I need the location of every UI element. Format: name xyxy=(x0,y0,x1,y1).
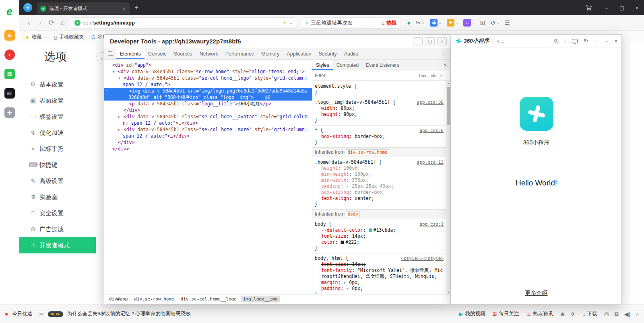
css-property[interactable]: min-height: 100px; xyxy=(315,171,444,177)
quick-clip-icon[interactable]: ● xyxy=(4,49,15,60)
forward-icon[interactable]: › xyxy=(35,19,46,27)
favorites-icon[interactable]: ★ xyxy=(4,30,15,41)
stylesheet-link[interactable]: app.css:13 xyxy=(414,159,444,165)
css-property[interactable]: padding: ▸ 0px; xyxy=(315,286,444,292)
expander-icon[interactable]: ▾ xyxy=(112,69,118,74)
skin-icon[interactable]: ⊕ xyxy=(560,311,565,317)
undo-icon[interactable]: ↺⌄ xyxy=(490,20,499,26)
devtools-tab-memory[interactable]: Memory xyxy=(258,48,283,59)
miniapp-titlebar[interactable]: 360小程序 | vi... ◎ | ↻ ⋯ – × xyxy=(451,35,621,47)
settings-menu-item[interactable]: ⊘广告过滤 xyxy=(19,221,96,237)
css-property[interactable]: --default-color: #13cbda; xyxy=(315,227,444,233)
my-videos[interactable]: ▶我的视频 xyxy=(459,311,485,317)
window-minimize-icon[interactable]: – xyxy=(600,0,613,15)
dom-node[interactable]: </div> xyxy=(104,139,312,146)
css-property[interactable]: margin: ▸ 0px; xyxy=(315,280,444,286)
translate-icon[interactable]: 译⌄ xyxy=(430,19,442,27)
css-property[interactable]: height: 100vh; xyxy=(315,165,444,171)
miniapp-dock-icon[interactable]: ✚ xyxy=(4,107,15,118)
hot-news[interactable]: ♨热点资讯 xyxy=(526,311,553,317)
dom-node[interactable]: ▾ <div data-v-584e45b1 class="se-col hom… xyxy=(104,75,312,88)
refresh-icon[interactable]: ↻ xyxy=(584,38,588,44)
css-property[interactable]: box-sizing: border-box; xyxy=(315,134,444,140)
rocket-icon[interactable]: ✈ xyxy=(571,311,576,317)
css-property[interactable]: min-width: 376px; xyxy=(315,177,444,183)
stylesheet-link[interactable]: <style>…</style> xyxy=(398,255,444,261)
dom-node[interactable]: <p data-v-584e45b1 class="logo__title">3… xyxy=(104,101,312,107)
node-link[interactable]: body xyxy=(346,211,360,217)
more-icon[interactable]: ⋯ xyxy=(594,38,599,44)
daily-follow[interactable]: ⊞每日关注 xyxy=(492,311,519,317)
node-link[interactable]: div.se-row.home xyxy=(346,149,389,155)
expander-icon[interactable]: ▸ xyxy=(118,114,124,119)
more-intro-link[interactable]: 更多介绍 xyxy=(451,290,621,297)
devtools-tab-console[interactable]: Console xyxy=(144,48,170,59)
grid-icon[interactable]: ⊞ xyxy=(480,20,485,26)
dom-node[interactable]: </div> xyxy=(104,146,312,152)
dom-node[interactable]: ▾ <div data-v-584e45b1 class="se-row hom… xyxy=(104,68,312,75)
reload-icon[interactable]: ⟳ xyxy=(46,19,57,27)
css-property[interactable]: font-size: 14px; xyxy=(315,261,444,267)
zoom-icon[interactable]: ⌕ xyxy=(636,311,639,317)
speaker-icon[interactable]: ◀) xyxy=(624,311,630,317)
home-icon[interactable]: ⌂ xyxy=(57,19,68,27)
screen-icon[interactable] xyxy=(572,39,578,43)
settings-menu-item[interactable]: ✎高级设置 xyxy=(19,173,96,189)
account-icon[interactable]: ➤ xyxy=(23,3,32,12)
scissors-icon[interactable]: ✂⌄ xyxy=(416,20,425,26)
style-rule[interactable]: .logo__img[data-v-584e45b1] {app.css:38w… xyxy=(312,97,446,125)
scrollbar-thumb[interactable] xyxy=(447,87,450,125)
css-property[interactable]: font-size: 14px; xyxy=(315,233,444,239)
styles-tab-computed[interactable]: Computed xyxy=(333,60,362,70)
styles-overflow-icon[interactable]: » xyxy=(441,62,450,68)
shield-icon[interactable]: ✚⌄ xyxy=(447,19,458,27)
hov-button[interactable]: :hov xyxy=(418,73,427,78)
devtools-tab-application[interactable]: Application xyxy=(283,48,315,59)
color-swatch[interactable] xyxy=(341,241,344,244)
css-property[interactable]: height: 80px; xyxy=(315,111,444,117)
style-rule[interactable]: body {app.css:1--default-color: #13cbda;… xyxy=(312,219,446,253)
download-button[interactable]: ↓ 下载 xyxy=(583,311,597,317)
miniapp-minimize-icon[interactable]: – xyxy=(605,38,608,44)
style-rule[interactable]: element.style {} xyxy=(312,81,446,97)
devtools-maximize-icon[interactable]: ▢ xyxy=(425,37,435,45)
devtools-tab-network[interactable]: Network xyxy=(196,48,222,59)
settings-menu-item[interactable]: ☖安全设置 xyxy=(19,205,96,221)
stylesheet-link[interactable]: app.css:38 xyxy=(414,99,444,105)
style-rule[interactable]: .home[data-v-584e45b1] {app.css:13height… xyxy=(312,157,446,210)
expander-icon[interactable]: ▾ xyxy=(118,75,124,81)
window-maximize-icon[interactable]: ▢ xyxy=(615,0,629,15)
game-icon[interactable]: ∷⌄ xyxy=(463,19,475,27)
inspect-element-icon[interactable] xyxy=(104,48,116,59)
settings-menu-item[interactable]: ⚙基本设置 xyxy=(19,76,96,93)
settings-menu-item[interactable]: ↯优化加速 xyxy=(19,125,96,141)
url-field[interactable]: + se:// settings/miniapp ⚡ ⌄ xyxy=(71,17,296,29)
new-style-rule-button[interactable]: + xyxy=(440,72,448,79)
devtools-tab-elements[interactable]: Elements xyxy=(116,48,144,59)
settings-menu-item[interactable]: ⌖鼠标手势 xyxy=(19,141,96,157)
bookmark-phone[interactable]: ▯手机收藏夹 xyxy=(54,34,84,41)
devtools-close-icon[interactable]: × xyxy=(437,37,447,45)
css-property[interactable]: box-sizing: border-box; xyxy=(315,189,444,195)
reader-icon[interactable]: ● xyxy=(407,20,411,26)
dom-node[interactable]: … <img data-v-584e45b1 src="img/logo.png… xyxy=(104,88,312,101)
accelerate-icon[interactable]: ⚡ xyxy=(283,20,287,26)
search-query[interactable]: 三星堆遗址再次发 xyxy=(311,19,378,27)
styles-tab-event-listeners[interactable]: Event Listeners xyxy=(362,60,403,70)
devtools-tab-performance[interactable]: Performance xyxy=(222,48,258,59)
headline-link[interactable]: 为什么会丢失6岁以前的记忆？心理学家的答案细思恐极 xyxy=(67,311,191,317)
color-swatch[interactable] xyxy=(369,228,372,232)
window-close-icon[interactable]: × xyxy=(630,0,644,15)
search-box[interactable]: ⌕ 三星堆遗址再次发 ♨ 热搜 xyxy=(302,17,400,29)
dom-node[interactable]: <div id="app"> xyxy=(104,62,312,68)
browser-tab[interactable]: e 选项 - 开发者模式 × xyxy=(37,2,130,14)
bookmark-fav[interactable]: ★收藏⌄ xyxy=(25,34,47,41)
settings-menu-item[interactable]: ☝开发者模式 xyxy=(19,237,96,253)
expand-icon[interactable]: ≫ xyxy=(39,311,44,317)
devtools-menu-icon[interactable]: ⋮ xyxy=(436,51,450,57)
style-rule[interactable]: * {app.css:6box-sizing: border-box;} xyxy=(312,125,446,148)
dom-node[interactable]: </div> xyxy=(104,107,312,113)
site-safety-icon[interactable]: + xyxy=(74,20,80,26)
locate-icon[interactable]: ◎ xyxy=(554,38,558,44)
menu-icon[interactable]: ☰ xyxy=(505,20,510,26)
